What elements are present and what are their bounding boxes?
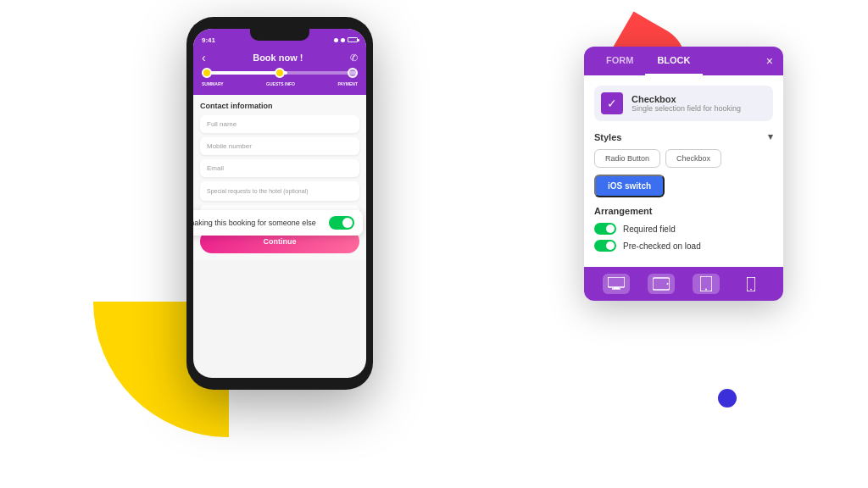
- panel-header: FORM BLOCK ×: [584, 47, 783, 75]
- svg-point-8: [750, 288, 752, 290]
- tab-block[interactable]: BLOCK: [645, 47, 702, 75]
- pre-checked-label: Pre-checked on load: [623, 241, 701, 251]
- arrangement-label-text: Arrangement: [594, 206, 652, 216]
- phone-screen-title: Book now !: [253, 53, 303, 63]
- svg-rect-0: [608, 277, 625, 287]
- status-time: 9:41: [202, 36, 215, 44]
- svg-point-6: [705, 289, 707, 291]
- tablet-landscape-button[interactable]: [648, 274, 675, 294]
- radio-button-option[interactable]: Radio Button: [594, 149, 660, 168]
- required-field-label: Required field: [623, 225, 676, 234]
- toggle-switch[interactable]: [329, 216, 354, 230]
- arrangement-label: Arrangement: [594, 206, 773, 216]
- progress-label-3: PAYMENT: [337, 81, 358, 86]
- panel-body: ✓ Checkbox Single selection field for ho…: [584, 75, 783, 267]
- checkbox-item: ✓ Checkbox Single selection field for ho…: [594, 86, 773, 121]
- wifi-icon: [341, 38, 345, 42]
- pre-checked-knob: [606, 241, 615, 250]
- svg-point-4: [667, 283, 669, 285]
- tab-form[interactable]: FORM: [594, 47, 645, 75]
- progress-label-2: GUESTS INFO: [266, 81, 295, 86]
- toggle-knob: [342, 218, 353, 228]
- styles-section-label: Styles ▾: [594, 131, 773, 142]
- phone-notch: [250, 29, 309, 41]
- required-toggle-knob: [606, 225, 615, 233]
- styles-arrow-icon[interactable]: ▾: [768, 131, 773, 142]
- tablet-portrait-button[interactable]: [693, 274, 720, 294]
- full-name-field[interactable]: Full name: [200, 115, 359, 133]
- contact-info-title: Contact information: [200, 102, 359, 110]
- back-arrow-icon[interactable]: ‹: [202, 51, 206, 64]
- panel-close-button[interactable]: ×: [766, 54, 773, 68]
- phone-screen: 9:41 ‹ Book now ! ✆: [193, 29, 366, 378]
- arrangement-section: Arrangement Required field Pre-checked o…: [594, 206, 773, 252]
- ios-switch-option[interactable]: iOS switch: [594, 175, 665, 197]
- checkbox-info: Checkbox Single selection field for hook…: [632, 94, 741, 113]
- email-field[interactable]: Email: [200, 159, 359, 177]
- blue-circle-shape: [718, 389, 737, 408]
- status-icons: [334, 37, 358, 42]
- phone-device: 9:41 ‹ Book now ! ✆: [186, 17, 373, 390]
- progress-dot-1: [202, 68, 212, 78]
- progress-track: [202, 71, 358, 75]
- progress-dots: [202, 68, 358, 78]
- special-requests-field[interactable]: Special requests to the hotel (optional): [200, 181, 359, 201]
- progress-labels: SUMMARY GUESTS INFO PAYMENT: [202, 81, 358, 86]
- mobile-field[interactable]: Mobile number: [200, 137, 359, 155]
- progress-section: SUMMARY GUESTS INFO PAYMENT: [193, 71, 366, 95]
- progress-label-1: SUMMARY: [202, 81, 224, 86]
- settings-panel: FORM BLOCK × ✓ Checkbox Single selection…: [584, 47, 783, 301]
- checkbox-option[interactable]: Checkbox: [665, 149, 721, 168]
- call-icon[interactable]: ✆: [350, 53, 358, 64]
- styles-label-text: Styles: [594, 132, 621, 142]
- phone-mockup: 9:41 ‹ Book now ! ✆: [186, 17, 373, 390]
- panel-tabs: FORM BLOCK: [594, 47, 703, 75]
- checkbox-title: Checkbox: [632, 94, 741, 104]
- pre-checked-row: Pre-checked on load: [594, 240, 773, 252]
- required-field-row: Required field: [594, 223, 773, 235]
- pre-checked-toggle[interactable]: [594, 240, 616, 252]
- toggle-label: i'm making this booking for someone else: [193, 219, 316, 227]
- progress-dot-3: [348, 68, 358, 78]
- signal-icon: [334, 38, 338, 42]
- checkbox-icon: ✓: [601, 92, 623, 114]
- mobile-device-button[interactable]: [737, 274, 765, 294]
- toggle-row: i'm making this booking for someone else: [193, 210, 363, 236]
- battery-icon: [348, 37, 358, 42]
- required-field-toggle[interactable]: [594, 223, 616, 235]
- device-bar: [584, 267, 783, 301]
- styles-buttons: Radio Button Checkbox: [594, 149, 773, 168]
- desktop-device-button[interactable]: [603, 274, 630, 294]
- progress-dot-2: [275, 68, 285, 78]
- checkbox-subtitle: Single selection field for hooking: [632, 104, 741, 113]
